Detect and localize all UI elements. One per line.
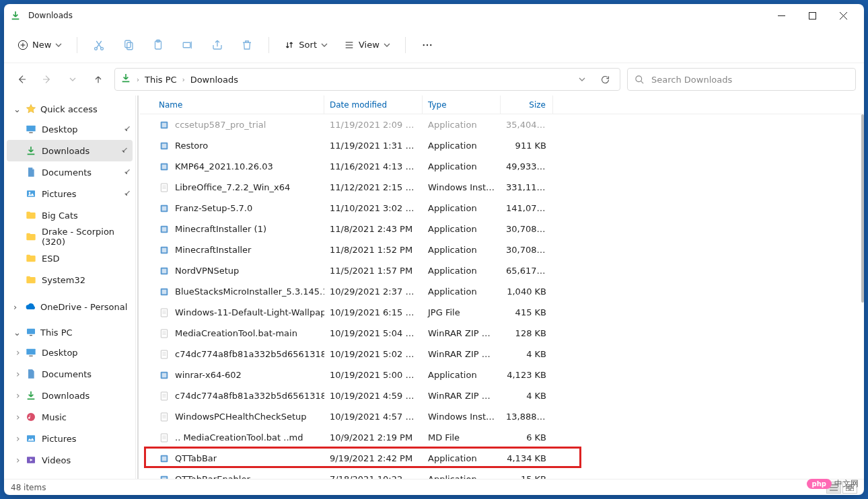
close-button[interactable] <box>828 5 859 26</box>
view-button[interactable]: View <box>337 36 397 54</box>
file-row[interactable]: .. MediaCreationTool.bat ..md10/9/2021 2… <box>140 427 864 448</box>
file-size: 30,708 KB <box>501 245 553 255</box>
sidebar-item-system32[interactable]: System32 <box>4 269 135 291</box>
svg-rect-45 <box>162 373 167 377</box>
file-row[interactable]: QTTabBar9/19/2021 2:42 PMApplication4,13… <box>140 448 864 469</box>
file-size: 128 KB <box>501 328 553 338</box>
file-row[interactable]: Restoro11/19/2021 1:31 PMApplication911 … <box>140 135 864 156</box>
file-size: 415 KB <box>501 307 553 317</box>
file-icon <box>159 245 170 256</box>
sidebar-item-pictures[interactable]: Pictures <box>4 428 135 449</box>
svg-rect-25 <box>162 122 167 127</box>
column-size[interactable]: Size <box>501 95 553 114</box>
quick-access-header[interactable]: ⌄ Quick access <box>4 100 135 118</box>
cut-button[interactable] <box>85 33 112 57</box>
file-name: Restoro <box>175 141 208 151</box>
file-date: 10/29/2021 2:37 PM <box>324 286 423 297</box>
file-row[interactable]: winrar-x64-60210/19/2021 5:00 PMApplicat… <box>140 364 864 385</box>
column-name[interactable]: Name <box>153 95 324 114</box>
column-date[interactable]: Date modified <box>324 95 423 114</box>
sidebar-item-esd[interactable]: ESD <box>4 247 135 269</box>
svg-rect-36 <box>162 247 167 252</box>
cloud-icon <box>26 301 36 312</box>
sidebar-item-label: Desktop <box>42 348 78 358</box>
file-icon <box>159 453 170 464</box>
sidebar-item-desktop[interactable]: Desktop <box>4 118 135 140</box>
file-row[interactable]: KMP64_2021.10.26.0311/16/2021 4:13 PMApp… <box>140 156 864 177</box>
file-icon <box>159 328 170 339</box>
back-button[interactable] <box>12 70 31 89</box>
new-button[interactable]: New <box>11 36 69 54</box>
sidebar-item-videos[interactable]: Videos <box>4 449 135 471</box>
navigation-pane[interactable]: ⌄ Quick access DesktopDownloadsDocuments… <box>4 95 136 479</box>
column-type[interactable]: Type <box>423 95 501 114</box>
minimize-button[interactable] <box>766 5 797 26</box>
rename-button[interactable] <box>174 33 201 57</box>
file-type: Application <box>423 245 501 255</box>
file-size: 35,404 KB <box>501 120 553 130</box>
copy-button[interactable] <box>115 33 142 57</box>
file-type: Windows Installer ... <box>423 412 501 422</box>
address-history-dropdown[interactable] <box>574 70 590 89</box>
refresh-button[interactable] <box>595 70 614 89</box>
file-row[interactable]: LibreOffice_7.2.2_Win_x6411/12/2021 2:15… <box>140 177 864 198</box>
sidebar-item-big-cats[interactable]: Big Cats <box>4 204 135 226</box>
sidebar-item-downloads[interactable]: Downloads <box>7 140 133 161</box>
file-row[interactable]: ccsetup587_pro_trial11/19/2021 2:09 PMAp… <box>140 114 864 135</box>
file-row[interactable]: MinecraftInstaller (1)11/8/2021 2:43 PMA… <box>140 219 864 239</box>
svg-rect-8 <box>184 42 191 48</box>
sidebar-item-pictures[interactable]: Pictures <box>4 183 135 204</box>
maximize-button[interactable] <box>797 5 828 26</box>
file-icon <box>159 370 170 381</box>
sidebar-item-documents[interactable]: Documents <box>4 161 135 183</box>
file-row[interactable]: MediaCreationTool.bat-main10/19/2021 5:0… <box>140 323 864 344</box>
more-button[interactable] <box>414 33 441 57</box>
view-label: View <box>359 40 379 50</box>
downloads-icon <box>120 73 131 86</box>
folder-icon <box>26 210 36 221</box>
sort-button[interactable]: Sort <box>277 36 334 54</box>
paste-button[interactable] <box>145 33 172 57</box>
share-button[interactable] <box>204 33 231 57</box>
chevron-right-icon: › <box>137 76 139 83</box>
search-input[interactable] <box>651 75 848 85</box>
scrollbar[interactable] <box>861 114 864 479</box>
this-pc-header[interactable]: ⌄ This PC <box>4 323 135 342</box>
file-type: Application <box>423 224 501 234</box>
up-button[interactable] <box>89 70 108 89</box>
svg-rect-18 <box>30 335 32 336</box>
delete-button[interactable] <box>233 33 260 57</box>
sidebar-item-music[interactable]: Music <box>4 406 135 428</box>
file-type: WinRAR ZIP archive <box>423 328 501 338</box>
address-bar[interactable]: › This PC › Downloads <box>114 68 620 91</box>
file-size: 13,888 KB <box>501 412 553 422</box>
file-name: KMP64_2021.10.26.03 <box>175 161 273 171</box>
search-box[interactable] <box>627 68 856 91</box>
file-row[interactable]: Windows-11-Default-Light-Wallpaper10/19/… <box>140 302 864 323</box>
sidebar-item-desktop[interactable]: Desktop <box>4 342 135 363</box>
file-row[interactable]: QTTabBarEnabler7/18/2021 10:22 PMApplica… <box>140 469 864 479</box>
sidebar-item-label: Documents <box>42 369 92 379</box>
file-rows[interactable]: ccsetup587_pro_trial11/19/2021 2:09 PMAp… <box>140 114 864 479</box>
file-row[interactable]: c74dc774a8fb81a332b5d65613187b15-92...10… <box>140 344 864 364</box>
file-type: MD File <box>423 432 501 443</box>
file-row[interactable]: Franz-Setup-5.7.011/10/2021 3:02 PMAppli… <box>140 198 864 219</box>
sidebar-item-documents[interactable]: Documents <box>4 363 135 385</box>
svg-rect-46 <box>161 392 167 400</box>
sidebar-item-drake-scorpion-320-[interactable]: Drake - Scorpion (320) <box>4 226 135 247</box>
file-row[interactable]: MinecraftInstaller11/8/2021 1:52 PMAppli… <box>140 239 864 260</box>
svg-rect-13 <box>26 126 35 132</box>
separator <box>268 37 269 53</box>
breadcrumb-downloads[interactable]: Downloads <box>190 75 238 85</box>
file-row[interactable]: WindowsPCHealthCheckSetup10/19/2021 4:57… <box>140 406 864 427</box>
folder-icon <box>26 412 36 422</box>
sidebar-item-downloads[interactable]: Downloads <box>4 385 135 406</box>
recent-dropdown[interactable] <box>63 70 82 89</box>
file-row[interactable]: NordVPNSetup11/5/2021 1:57 PMApplication… <box>140 260 864 281</box>
forward-button[interactable] <box>38 70 57 89</box>
file-row[interactable]: c74dc774a8fb81a332b5d65613187b15-92...10… <box>140 385 864 406</box>
svg-rect-4 <box>125 40 131 48</box>
breadcrumb-thispc[interactable]: This PC <box>145 75 177 85</box>
onedrive-header[interactable]: › OneDrive - Personal <box>4 297 135 316</box>
file-row[interactable]: BlueStacksMicroInstaller_5.3.145.1002_na… <box>140 281 864 302</box>
